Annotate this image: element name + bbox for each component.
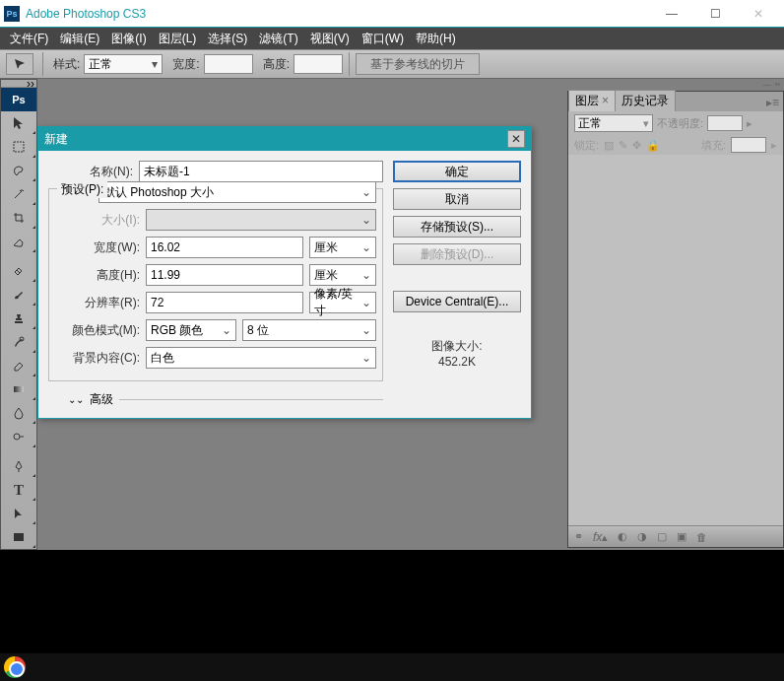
layers-footer: ⚭ fx▴ ◐ ◑ ▢ ▣ 🗑: [568, 525, 783, 547]
delete-preset-button: 删除预设(D)...: [393, 243, 521, 265]
tab-history[interactable]: 历史记录: [615, 90, 676, 111]
history-brush-tool[interactable]: [1, 330, 36, 354]
width-label: 宽度(W):: [55, 239, 146, 256]
panel-menu-icon[interactable]: ▸≡: [762, 94, 783, 111]
height-unit-select[interactable]: 厘米: [309, 264, 376, 286]
layer-list[interactable]: [568, 155, 783, 525]
menu-window[interactable]: 窗口(W): [356, 31, 410, 47]
magic-wand-tool[interactable]: [1, 182, 36, 206]
marquee-tool[interactable]: [1, 135, 36, 159]
advanced-toggle[interactable]: ⌄⌄ 高级: [68, 391, 383, 408]
opacity-arrow-icon[interactable]: ▸: [747, 117, 752, 130]
resolution-input[interactable]: [146, 292, 303, 313]
lasso-tool[interactable]: [1, 159, 36, 182]
link-layers-icon[interactable]: ⚭: [574, 530, 583, 543]
lock-label: 锁定:: [574, 138, 599, 153]
slice-from-guides-button[interactable]: 基于参考线的切片: [356, 53, 480, 75]
style-select[interactable]: 正常: [84, 54, 163, 74]
tool-preset-button[interactable]: [6, 53, 33, 75]
brush-tool[interactable]: [1, 283, 36, 306]
gradient-tool[interactable]: [1, 377, 36, 401]
size-label: 大小(I):: [55, 212, 146, 229]
new-layer-icon[interactable]: ▣: [677, 530, 686, 543]
options-bar: 样式: 正常 宽度: 高度: 基于参考线的切片: [0, 49, 784, 79]
device-central-button[interactable]: Device Central(E)...: [393, 291, 521, 312]
dialog-close-button[interactable]: ✕: [507, 130, 525, 148]
healing-tool[interactable]: [1, 259, 36, 283]
opacity-input[interactable]: [707, 115, 743, 131]
menu-filter[interactable]: 滤镜(T): [253, 31, 303, 47]
layers-panel: 图层× 历史记录 ▸≡ 正常 不透明度: ▸ 锁定: ▨ ✎ ✥ 🔒 填充: ▸: [567, 91, 784, 548]
chevron-down-icon: ⌄⌄: [68, 394, 84, 405]
opacity-label: 不透明度:: [657, 116, 703, 131]
layer-fx-icon[interactable]: fx▴: [593, 530, 608, 544]
panel-dock-header[interactable]: —››: [567, 79, 784, 89]
tools-panel: ›› Ps T: [0, 79, 37, 550]
background-select[interactable]: 白色: [146, 347, 376, 369]
cancel-button[interactable]: 取消: [393, 188, 521, 210]
name-input[interactable]: [139, 161, 383, 182]
height-input[interactable]: [294, 54, 343, 74]
save-preset-button[interactable]: 存储预设(S)...: [393, 216, 521, 238]
maximize-button[interactable]: ☐: [693, 1, 737, 27]
bit-depth-select[interactable]: 8 位: [242, 319, 376, 341]
slice-tool[interactable]: [1, 230, 36, 253]
close-button[interactable]: ✕: [737, 1, 780, 27]
menu-layer[interactable]: 图层(L): [153, 31, 203, 47]
eraser-tool[interactable]: [1, 354, 36, 377]
color-mode-select[interactable]: RGB 颜色: [146, 319, 236, 341]
lock-all-icon[interactable]: 🔒: [646, 139, 660, 152]
pen-tool[interactable]: [1, 454, 36, 478]
minimize-button[interactable]: —: [650, 1, 693, 27]
d-height-label: 高度(H):: [55, 267, 146, 284]
chrome-icon[interactable]: [4, 656, 26, 678]
dodge-tool[interactable]: [1, 425, 36, 448]
svg-rect-4: [14, 533, 24, 541]
ok-button[interactable]: 确定: [393, 161, 521, 182]
ps-logo-icon: Ps: [4, 6, 20, 22]
lock-position-icon[interactable]: ✥: [632, 139, 641, 152]
menu-edit[interactable]: 编辑(E): [54, 31, 105, 47]
tab-layers[interactable]: 图层×: [568, 90, 616, 111]
delete-layer-icon[interactable]: 🗑: [696, 531, 707, 543]
move-tool[interactable]: [1, 111, 36, 135]
color-mode-label: 颜色模式(M):: [55, 322, 146, 339]
blur-tool[interactable]: [1, 401, 36, 425]
menu-help[interactable]: 帮助(H): [410, 31, 462, 47]
crop-tool[interactable]: [1, 206, 36, 230]
new-document-dialog: 新建 ✕ 名称(N): 预设(P): 默认 Photoshop 大小 大小(I)…: [37, 126, 532, 419]
width-unit-select[interactable]: 厘米: [309, 237, 376, 258]
width-input[interactable]: [146, 237, 303, 258]
path-selection-tool[interactable]: [1, 502, 36, 525]
fill-arrow-icon[interactable]: ▸: [771, 139, 777, 152]
background-label: 背景内容(C):: [55, 350, 146, 367]
ps-tab-icon[interactable]: Ps: [1, 88, 36, 111]
fill-input[interactable]: [731, 137, 766, 153]
menu-view[interactable]: 视图(V): [304, 31, 356, 47]
rectangle-tool[interactable]: [1, 525, 36, 549]
lock-paint-icon[interactable]: ✎: [619, 139, 627, 152]
tools-header[interactable]: ››: [1, 80, 36, 88]
adjustment-layer-icon[interactable]: ◑: [637, 530, 647, 543]
stamp-tool[interactable]: [1, 306, 36, 330]
menu-file[interactable]: 文件(F): [4, 31, 54, 47]
svg-rect-2: [14, 386, 24, 392]
group-icon[interactable]: ▢: [657, 530, 667, 543]
resolution-unit-select[interactable]: 像素/英寸: [309, 292, 376, 313]
size-select: [146, 209, 376, 231]
width-input[interactable]: [204, 54, 253, 74]
height-input[interactable]: [146, 264, 303, 286]
menu-image[interactable]: 图像(I): [105, 31, 152, 47]
menu-select[interactable]: 选择(S): [202, 31, 253, 47]
dialog-titlebar[interactable]: 新建 ✕: [38, 127, 531, 151]
width-label: 宽度:: [172, 56, 199, 73]
style-label: 样式:: [53, 56, 80, 73]
blend-mode-select[interactable]: 正常: [574, 114, 653, 132]
type-tool[interactable]: T: [1, 478, 36, 502]
preset-select[interactable]: 默认 Photoshop 大小: [98, 181, 376, 203]
preset-label: 预设(P):: [61, 182, 103, 196]
taskbar: [0, 653, 784, 681]
fill-label: 填充:: [701, 138, 726, 153]
lock-transparency-icon[interactable]: ▨: [604, 139, 614, 152]
layer-mask-icon[interactable]: ◐: [618, 530, 627, 543]
